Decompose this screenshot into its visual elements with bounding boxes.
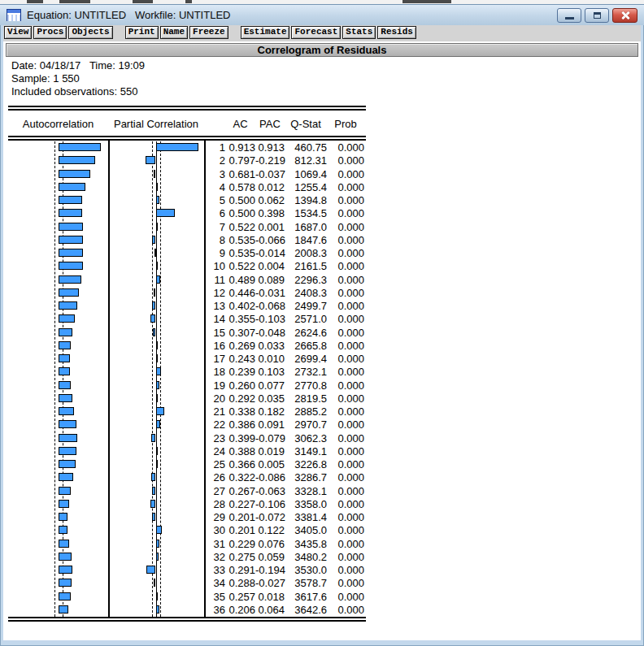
pac-bar	[156, 394, 158, 402]
row-values: 60.5000.3981534.50.000	[206, 207, 364, 220]
toolbar-button-name[interactable]: Name	[160, 26, 188, 39]
ac-bar	[59, 407, 74, 415]
ac-bar	[59, 605, 68, 613]
table-rule	[8, 139, 366, 141]
table-row: 280.227-0.1063358.00.000	[8, 498, 366, 511]
ac-bar	[59, 223, 83, 231]
cell-qstat: 3642.6	[285, 604, 327, 617]
cell-lag: 29	[207, 511, 225, 524]
row-values: 100.5220.0042161.50.000	[206, 260, 364, 273]
toolbar-button-forecast[interactable]: Forecast	[291, 26, 341, 39]
cell-ac: 0.243	[225, 353, 255, 366]
ac-bar	[59, 566, 72, 574]
cell-ac: 0.292	[225, 392, 255, 405]
cell-lag: 16	[207, 340, 225, 353]
cell-lag: 24	[207, 445, 225, 458]
table-row: 100.5220.0042161.50.000	[8, 260, 366, 273]
row-values: 190.2600.0772770.80.000	[206, 379, 364, 392]
cell-prob: 0.000	[327, 366, 364, 379]
cell-qstat: 2008.3	[285, 247, 327, 260]
pac-bar	[156, 592, 158, 600]
cell-ac: 0.797	[225, 154, 255, 167]
ac-bar	[59, 288, 79, 297]
cell-pac: -0.063	[255, 485, 285, 498]
toolbar-button-print[interactable]: Print	[125, 26, 159, 39]
cell-lag: 4	[207, 181, 225, 194]
cell-pac: 0.062	[255, 194, 285, 207]
background-window-fragment	[27, 0, 43, 3]
table-row: 30.681-0.0371069.40.000	[8, 168, 366, 181]
cell-qstat: 1255.4	[285, 181, 327, 194]
row-values: 330.291-0.1943530.00.000	[206, 564, 364, 577]
restore-button[interactable]	[585, 8, 609, 23]
cell-qstat: 3381.4	[285, 511, 327, 524]
toolbar-button-estimate[interactable]: Estimate	[241, 26, 290, 39]
cell-ac: 0.500	[225, 207, 255, 220]
table-row: 120.446-0.0312408.30.000	[8, 287, 366, 300]
row-values: 10.9130.913460.750.000	[206, 141, 364, 154]
toolbar-button-stats[interactable]: Stats	[342, 26, 376, 39]
row-values: 180.2390.1032732.10.000	[206, 366, 364, 379]
cell-lag: 35	[207, 591, 225, 604]
cell-lag: 3	[207, 168, 225, 181]
toolbar-button-objects[interactable]: Objects	[68, 26, 112, 39]
toolbar-group: ViewProcsObjects	[4, 26, 115, 39]
cell-prob: 0.000	[327, 353, 364, 366]
pac-bar	[156, 143, 198, 151]
cell-lag: 31	[207, 538, 225, 551]
cell-lag: 8	[207, 234, 225, 247]
ac-bar	[59, 170, 90, 178]
cell-prob: 0.000	[327, 340, 364, 353]
cell-ac: 0.386	[225, 418, 255, 431]
date-time-line: Date: 04/18/17 Time: 19:09	[11, 59, 145, 72]
ac-bar	[59, 434, 77, 442]
cell-pac: -0.072	[255, 511, 285, 524]
table-row: 130.402-0.0682499.70.000	[8, 300, 366, 313]
cell-ac: 0.269	[225, 340, 255, 353]
cell-lag: 17	[207, 353, 225, 366]
cell-qstat: 2161.5	[285, 260, 327, 273]
toolbar-button-freeze[interactable]: Freeze	[189, 26, 228, 39]
ac-bar	[59, 249, 83, 257]
cell-lag: 18	[207, 366, 225, 379]
cell-prob: 0.000	[327, 471, 364, 484]
ac-bar	[59, 156, 95, 164]
title-bar[interactable]: Equation: UNTITLED Workfile: UNTITLED	[0, 4, 644, 25]
table-row: 320.2750.0593480.20.000	[8, 551, 366, 564]
cell-qstat: 1687.0	[285, 221, 327, 234]
cell-lag: 9	[207, 247, 225, 260]
close-button[interactable]	[612, 8, 637, 23]
table-row: 330.291-0.1943530.00.000	[8, 564, 366, 577]
row-values: 310.2290.0763435.80.000	[206, 538, 364, 551]
ac-bar	[59, 460, 76, 468]
cell-qstat: 3226.8	[285, 458, 327, 471]
cell-lag: 32	[207, 551, 225, 564]
cell-qstat: 2699.4	[285, 353, 327, 366]
pac-bar	[156, 381, 159, 389]
table-row: 160.2690.0332665.80.000	[8, 340, 366, 353]
pac-bar	[154, 170, 155, 178]
toolbar-button-view[interactable]: View	[4, 26, 32, 39]
row-values: 40.5780.0121255.40.000	[206, 181, 364, 194]
table-row: 10.9130.913460.750.000	[8, 141, 366, 154]
table-row: 360.2060.0643642.60.000	[8, 604, 366, 617]
cell-prob: 0.000	[327, 207, 364, 220]
cell-pac: 0.035	[255, 392, 285, 405]
row-values: 120.446-0.0312408.30.000	[206, 287, 364, 300]
cell-lag: 27	[207, 485, 225, 498]
ac-bar	[59, 579, 72, 587]
cell-lag: 25	[207, 458, 225, 471]
cell-qstat: 2624.6	[285, 327, 327, 340]
window-content: Correlogram of Residuals Date: 04/18/17 …	[3, 41, 641, 640]
background-window-fragment	[185, 0, 192, 3]
table-row: 80.535-0.0661847.60.000	[8, 234, 366, 247]
toolbar-button-procs[interactable]: Procs	[33, 26, 67, 39]
cell-pac: 0.103	[255, 366, 285, 379]
toolbar: ViewProcsObjectsPrintNameFreezeEstimateF…	[3, 25, 641, 41]
toolbar-group: EstimateForecastStatsResids	[241, 26, 418, 39]
minimize-button[interactable]	[557, 8, 581, 23]
cell-ac: 0.388	[225, 445, 255, 458]
toolbar-button-resids[interactable]: Resids	[377, 26, 416, 39]
cell-prob: 0.000	[327, 194, 364, 207]
cell-ac: 0.206	[225, 604, 255, 617]
